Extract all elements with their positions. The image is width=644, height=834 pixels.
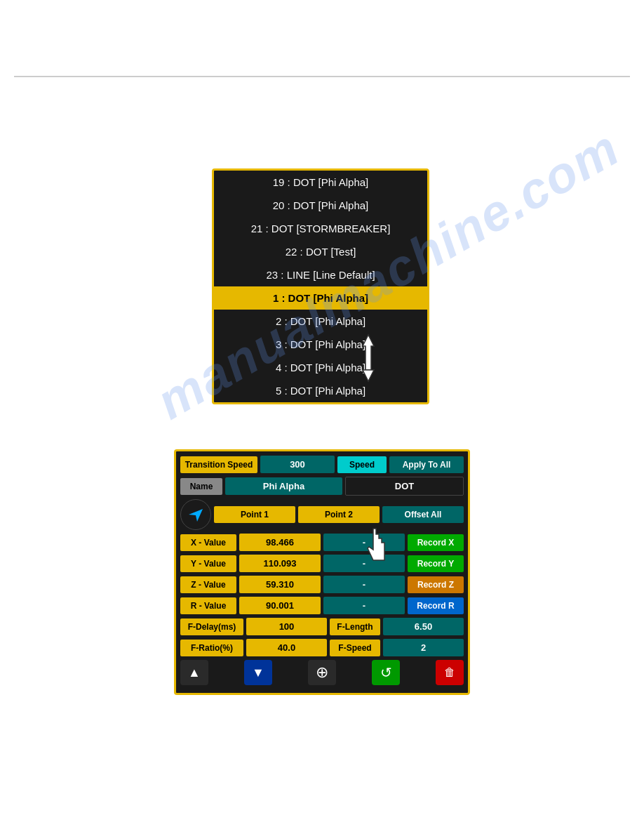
z-label: Z - Value (180, 576, 236, 593)
apply-to-all-button[interactable]: Apply To All (389, 456, 464, 473)
row-fratio: F-Ratio(%) 40.0 F-Speed 2 (180, 639, 464, 656)
nav-row: ▲ ▼ ⊕ ↺ 🗑 (180, 660, 464, 685)
send-icon (180, 499, 211, 530)
record-x-button[interactable]: Record X (408, 534, 464, 551)
offset-all-button[interactable]: Offset All (382, 506, 464, 523)
point1-button[interactable]: Point 1 (214, 506, 295, 523)
y-value: 110.093 (239, 555, 321, 572)
name-label: Name (180, 478, 222, 495)
fspeed-label: F-Speed (330, 640, 380, 656)
transition-speed-value: 300 (260, 456, 335, 473)
list-item-item-20[interactable]: 20 : DOT [Phi Alpha] (214, 194, 427, 217)
top-divider (14, 76, 630, 77)
fdelay-value: 100 (246, 618, 327, 635)
nav-add-button[interactable]: ⊕ (308, 660, 336, 685)
fratio-label: F-Ratio(%) (180, 640, 243, 656)
list-item-item-4[interactable]: 4 : DOT [Phi Alpha] (214, 356, 427, 379)
nav-up-button[interactable]: ▲ (180, 660, 208, 685)
fratio-value: 40.0 (246, 639, 327, 656)
record-r-button[interactable]: Record R (408, 597, 464, 614)
record-z-button[interactable]: Record Z (408, 576, 464, 593)
list-item-item-22[interactable]: 22 : DOT [Test] (214, 240, 427, 263)
fdelay-label: F-Delay(ms) (180, 618, 243, 635)
speed-button[interactable]: Speed (337, 456, 387, 473)
r-value: 90.001 (239, 597, 321, 614)
row-fdelay: F-Delay(ms) 100 F-Length 6.50 (180, 618, 464, 635)
type-value: DOT (345, 477, 464, 496)
row-y-value: Y - Value 110.093 - Record Y (180, 555, 464, 572)
name-value: Phi Alpha (225, 477, 342, 495)
list-item-item-3[interactable]: 3 : DOT [Phi Alpha] (214, 333, 427, 356)
point2-button[interactable]: Point 2 (298, 506, 380, 523)
list-item-item-1[interactable]: 1 : DOT [Phi Alpha] (214, 286, 427, 310)
nav-refresh-button[interactable]: ↺ (372, 660, 400, 685)
list-panel: 19 : DOT [Phi Alpha]20 : DOT [Phi Alpha]… (212, 168, 429, 404)
list-item-item-19[interactable]: 19 : DOT [Phi Alpha] (214, 171, 427, 194)
fspeed-value: 2 (383, 639, 464, 656)
y-label: Y - Value (180, 555, 236, 572)
x-label: X - Value (180, 534, 236, 551)
record-y-button[interactable]: Record Y (408, 555, 464, 572)
control-panel: Transition Speed 300 Speed Apply To All … (174, 449, 470, 695)
list-item-item-23[interactable]: 23 : LINE [Line Default] (214, 263, 427, 286)
y-dash: - (323, 555, 405, 572)
list-item-item-5[interactable]: 5 : DOT [Phi Alpha] (214, 379, 427, 402)
flength-label: F-Length (330, 618, 380, 635)
nav-delete-button[interactable]: 🗑 (436, 660, 464, 685)
r-label: R - Value (180, 597, 236, 614)
row-z-value: Z - Value 59.310 - Record Z (180, 576, 464, 593)
row-x-value: X - Value 98.466 - Record X (180, 534, 464, 551)
row-points: Point 1 Point 2 Offset All (180, 499, 464, 530)
x-dash: - (323, 534, 405, 551)
row-r-value: R - Value 90.001 - Record R (180, 597, 464, 614)
r-dash: - (323, 597, 405, 614)
row-transition-speed: Transition Speed 300 Speed Apply To All (180, 456, 464, 473)
list-item-item-21[interactable]: 21 : DOT [STORMBREAKER] (214, 217, 427, 240)
x-value: 98.466 (239, 534, 321, 551)
row-name: Name Phi Alpha DOT (180, 477, 464, 496)
z-value: 59.310 (239, 576, 321, 593)
nav-down-button[interactable]: ▼ (244, 660, 272, 685)
list-item-item-2[interactable]: 2 : DOT [Phi Alpha] (214, 310, 427, 333)
transition-speed-label: Transition Speed (180, 456, 257, 473)
flength-value: 6.50 (383, 618, 464, 635)
svg-marker-2 (189, 509, 203, 522)
z-dash: - (323, 576, 405, 593)
